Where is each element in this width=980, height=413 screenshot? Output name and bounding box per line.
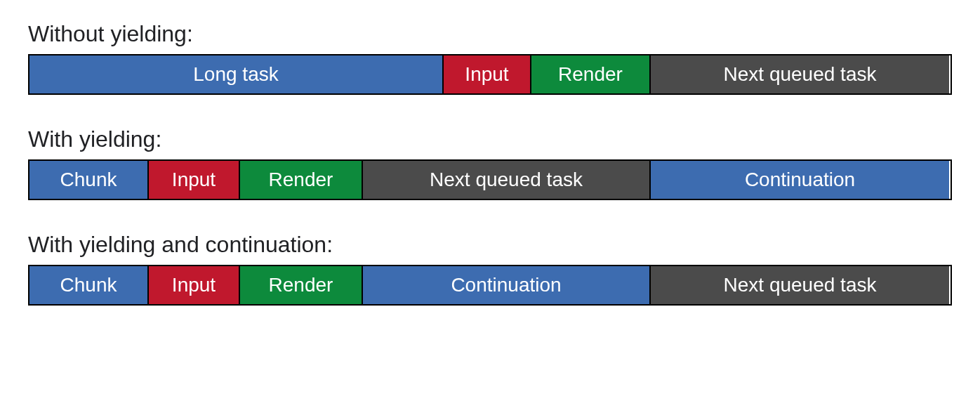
block-next-queued-task: Next queued task [651, 55, 949, 93]
block-input: Input [149, 266, 240, 304]
block-input: Input [444, 55, 531, 93]
block-next-queued-task: Next queued task [363, 161, 651, 199]
section-with-yielding: With yielding: Chunk Input Render Next q… [28, 126, 952, 200]
block-next-queued-task: Next queued task [651, 266, 949, 304]
task-bar: Long task Input Render Next queued task [28, 54, 952, 95]
block-chunk: Chunk [29, 161, 149, 199]
block-chunk: Chunk [29, 266, 149, 304]
block-long-task: Long task [29, 55, 444, 93]
section-with-yielding-continuation: With yielding and continuation: Chunk In… [28, 232, 952, 306]
task-bar: Chunk Input Render Continuation Next que… [28, 265, 952, 306]
section-without-yielding: Without yielding: Long task Input Render… [28, 21, 952, 95]
task-bar: Chunk Input Render Next queued task Cont… [28, 159, 952, 200]
section-title: With yielding: [28, 126, 952, 152]
block-input: Input [149, 161, 240, 199]
block-render: Render [240, 161, 363, 199]
section-title: With yielding and continuation: [28, 232, 952, 258]
block-continuation: Continuation [651, 161, 949, 199]
section-title: Without yielding: [28, 21, 952, 47]
block-render: Render [531, 55, 651, 93]
block-continuation: Continuation [363, 266, 651, 304]
block-render: Render [240, 266, 363, 304]
